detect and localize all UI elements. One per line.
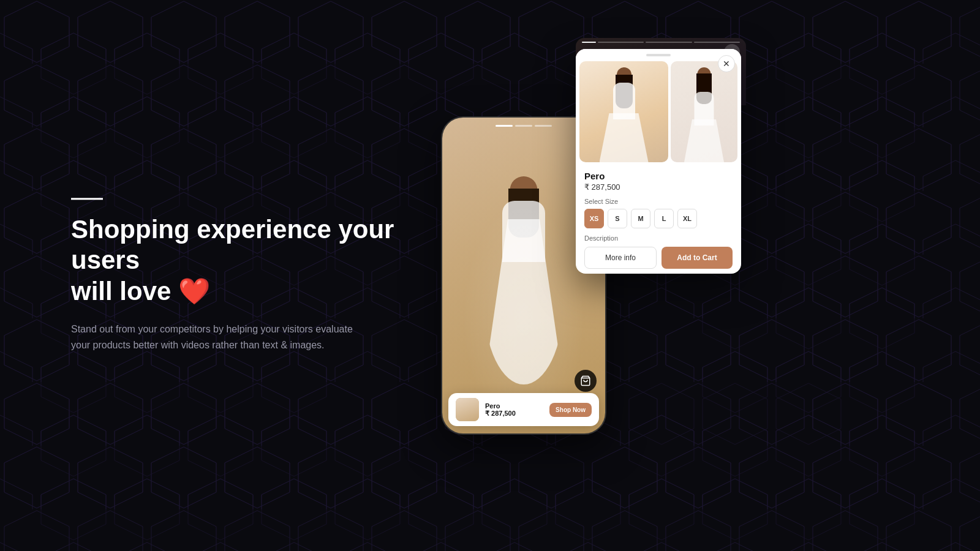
panel-close-button[interactable]: ✕: [718, 55, 735, 72]
svg-marker-89: [886, 192, 951, 253]
svg-marker-31: [151, 65, 216, 126]
product-info-section: Pero ₹ 287,500 Select Size XS S M L XL D…: [576, 165, 741, 274]
svg-marker-154: [151, 447, 216, 508]
thumbnail-image: [456, 398, 479, 421]
svg-marker-115: [4, 320, 69, 381]
svg-marker-113: [776, 288, 841, 349]
svg-marker-155: [225, 447, 290, 508]
heart-emoji: ❤️: [178, 277, 210, 305]
svg-marker-153: [78, 447, 143, 508]
svg-marker-131: [4, 383, 69, 444]
svg-marker-168: [335, 479, 400, 540]
size-button-xl[interactable]: XL: [677, 209, 697, 228]
left-content-section: Shopping experience your users will love…: [71, 198, 414, 353]
svg-marker-97: [776, 224, 841, 285]
svg-marker-30: [78, 65, 143, 126]
divider-line: [71, 198, 103, 200]
product-images-row: [576, 59, 741, 165]
svg-marker-65: [813, 129, 878, 190]
panel-brand-name: Pero: [584, 171, 733, 181]
svg-marker-54: [4, 129, 69, 190]
svg-marker-166: [188, 479, 253, 540]
svg-marker-137: [629, 383, 694, 444]
svg-marker-132: [78, 383, 143, 444]
product-thumbnail: [456, 398, 479, 421]
dress-body: [502, 201, 545, 262]
svg-marker-171: [556, 479, 620, 540]
size-button-xs[interactable]: XS: [584, 209, 604, 228]
svg-marker-162: [813, 447, 878, 508]
svg-marker-135: [298, 383, 363, 444]
size-button-s[interactable]: S: [608, 209, 627, 228]
svg-marker-42: [41, 97, 106, 158]
size-label: Select Size: [584, 198, 733, 205]
product-detail-panel: ✕ Pero ₹ 287,500 Select Size: [576, 49, 741, 274]
add-to-cart-button[interactable]: Add to Cart: [662, 247, 733, 269]
svg-marker-64: [739, 129, 804, 190]
svg-marker-34: [372, 65, 437, 126]
svg-marker-142: [41, 415, 106, 476]
svg-marker-4: [4, 1, 69, 62]
product-image-1: [579, 61, 668, 162]
model-figure-1: [594, 67, 655, 162]
svg-marker-167: [262, 479, 326, 540]
svg-marker-41: [886, 65, 951, 126]
drag-indicator: [646, 54, 671, 56]
svg-marker-134: [225, 383, 290, 444]
svg-marker-29: [4, 65, 69, 126]
cart-icon-button[interactable]: [575, 370, 597, 392]
svg-marker-99: [4, 256, 69, 317]
svg-marker-44: [188, 97, 253, 158]
svg-marker-6: [151, 1, 216, 62]
svg-marker-124: [41, 351, 106, 413]
subtext: Stand out from your competitors by helpi…: [71, 321, 365, 353]
svg-marker-160: [666, 447, 731, 508]
svg-marker-122: [813, 320, 878, 381]
panel-product-price: ₹ 287,500: [584, 182, 733, 192]
svg-marker-88: [813, 192, 878, 253]
svg-marker-8: [298, 1, 363, 62]
svg-marker-130: [850, 351, 914, 413]
product-image-2: [671, 61, 737, 162]
svg-marker-22: [409, 33, 473, 94]
svg-marker-98: [850, 224, 914, 285]
svg-marker-55: [78, 129, 143, 190]
size-button-m[interactable]: M: [631, 209, 650, 228]
svg-marker-23: [482, 33, 547, 94]
svg-marker-158: [445, 447, 510, 508]
svg-marker-106: [813, 256, 878, 317]
svg-marker-152: [4, 447, 69, 508]
svg-marker-59: [372, 129, 437, 190]
svg-marker-143: [115, 415, 179, 476]
svg-marker-77: [776, 160, 841, 222]
phone-progress-indicators: [496, 125, 552, 127]
main-headline: Shopping experience your users will love…: [71, 214, 414, 307]
svg-marker-125: [115, 351, 179, 413]
svg-marker-57: [225, 129, 290, 190]
svg-marker-87: [739, 192, 804, 253]
svg-marker-141: [886, 383, 951, 444]
svg-marker-136: [372, 383, 437, 444]
svg-marker-56: [151, 129, 216, 190]
size-button-l[interactable]: L: [654, 209, 674, 228]
svg-marker-145: [262, 415, 326, 476]
shop-now-button[interactable]: Shop Now: [549, 403, 592, 417]
svg-marker-165: [115, 479, 179, 540]
description-label: Description: [584, 234, 733, 242]
svg-marker-120: [666, 320, 731, 381]
panel-drag-handle: [576, 49, 741, 59]
more-info-button[interactable]: More info: [584, 247, 657, 269]
svg-marker-40: [813, 65, 878, 126]
cart-svg-icon: [580, 375, 591, 386]
svg-marker-156: [298, 447, 363, 508]
svg-marker-148: [629, 415, 694, 476]
progress-segment-2: [598, 42, 644, 43]
svg-marker-112: [703, 288, 767, 349]
progress-segment-1: [582, 42, 596, 43]
svg-marker-20: [262, 33, 326, 94]
svg-marker-52: [776, 97, 841, 158]
progress-dot-2: [515, 125, 532, 127]
svg-marker-39: [739, 65, 804, 126]
video-progress-bar: [582, 42, 740, 43]
phone-product-bar[interactable]: Pero ₹ 287,500 Shop Now: [448, 393, 599, 426]
